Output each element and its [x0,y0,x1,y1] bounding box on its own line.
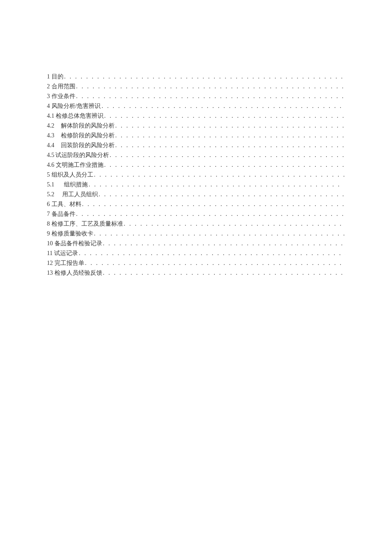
toc-entry: 5 组织及人员分工. . . . . . . . . . . . . . . .… [47,170,345,180]
toc-subentry: 4.2解体阶段的风险分析 . . . . . . . . . . . . . .… [47,121,345,131]
toc-subentry: 4.3检修阶段的风险分析 . . . . . . . . . . . . . .… [47,131,345,140]
toc-subentry: 4.5试运阶段的风险分析 . . . . . . . . . . . . . .… [47,150,345,160]
toc-number: 4.2 [47,121,61,131]
toc-label: 组织措施 [64,180,88,189]
toc-entry: 2 合用范围. . . . . . . . . . . . . . . . . … [47,81,345,91]
toc-leader-dots: . . . . . . . . . . . . . . . . . . . . … [75,91,346,101]
toc-leader-dots: . . . . . . . . . . . . . . . . . . . . … [88,180,341,189]
toc-label: 用工人员组织 [62,189,98,199]
toc-number: 5.1 [47,180,64,189]
toc-leader-dots: . . . . . . . . . . . . . . . . . . . . … [102,238,346,248]
toc-number: 5.2 [47,189,62,199]
toc-leader-dots: . . . . . . . . . . . . . . . . . . . . … [63,72,346,81]
toc-leader-dots: . . . . . . . . . . . . . . . . . . . . … [104,111,346,121]
toc-label: 文明施工作业措施 [56,160,104,170]
toc-leader-dots: . . . . . . . . . . . . . . . . . . . . … [78,248,345,258]
toc-number: 4.4 [47,140,61,150]
toc-leader-dots: . . . . . . . . . . . . . . . . . . . . … [75,81,346,91]
toc-leader-dots: . . . . . . . . . . . . . . . . . . . . … [115,131,346,140]
toc-entry: 12 完工报告单 . . . . . . . . . . . . . . . .… [47,258,345,268]
toc-leader-dots: . . . . . . . . . . . . . . . . . . . . … [115,121,346,131]
toc-leader-dots: . . . . . . . . . . . . . . . . . . . . … [84,258,343,268]
toc-number: 4.6 [47,160,56,170]
toc-label: 6 工具、材料 [47,199,81,209]
toc-leader-dots: . . . . . . . . . . . . . . . . . . . . … [102,268,346,278]
toc-entry: 13 检修人员经验反馈. . . . . . . . . . . . . . .… [47,268,345,278]
toc-entry: 8 检修工序、工艺及质量标准 . . . . . . . . . . . . .… [47,219,345,229]
toc-leader-dots: . . . . . . . . . . . . . . . . . . . . … [109,150,346,160]
document-page: 1 目的. . . . . . . . . . . . . . . . . . … [0,0,392,278]
toc-leader-dots: . . . . . . . . . . . . . . . . . . . . … [93,229,346,238]
toc-leader-dots: . . . . . . . . . . . . . . . . . . . . … [104,160,346,170]
toc-entry: 9 检修质量验收卡. . . . . . . . . . . . . . . .… [47,229,345,238]
toc-number: 4.1 [47,111,56,121]
toc-leader-dots: . . . . . . . . . . . . . . . . . . . . … [93,170,346,180]
toc-subentry: 5.1组织措施 . . . . . . . . . . . . . . . . … [47,180,345,189]
toc-label: 4 风险分析/危害辨识 [47,101,101,111]
toc-leader-dots: . . . . . . . . . . . . . . . . . . . . … [101,101,345,111]
toc-entry: 1 目的. . . . . . . . . . . . . . . . . . … [47,72,345,81]
toc-number: 4.5 [47,150,55,160]
toc-subentry: 4.6文明施工作业措施 . . . . . . . . . . . . . . … [47,160,345,170]
toc-entry: 4 风险分析/危害辨识 . . . . . . . . . . . . . . … [47,101,345,111]
toc-label: 7 备品备件 [47,209,75,219]
toc-leader-dots: . . . . . . . . . . . . . . . . . . . . … [115,140,346,150]
toc-label: 5 组织及人员分工 [47,170,93,180]
toc-leader-dots: . . . . . . . . . . . . . . . . . . . . … [123,219,346,229]
toc-label: 10 备品备件检验记录 [47,238,102,248]
toc-entry: 6 工具、材料. . . . . . . . . . . . . . . . .… [47,199,345,209]
toc-label: 11 试运记录 [47,248,78,258]
toc-label: 12 完工报告单 [47,258,84,268]
toc-label: 9 检修质量验收卡 [47,229,93,238]
toc-leader-dots: . . . . . . . . . . . . . . . . . . . . … [81,199,346,209]
toc-label: 检修阶段的风险分析 [61,131,115,140]
toc-entry: 10 备品备件检验记录. . . . . . . . . . . . . . .… [47,238,345,248]
toc-leader-dots: . . . . . . . . . . . . . . . . . . . . … [75,209,346,219]
toc-number: 4.3 [47,131,61,140]
toc-leader-dots: . . . . . . . . . . . . . . . . . . . . … [98,189,346,199]
toc-label: 回装阶段的风险分析 [61,140,115,150]
toc-entry: 7 备品备件. . . . . . . . . . . . . . . . . … [47,209,345,219]
toc-label: 13 检修人员经验反馈 [47,268,102,278]
toc-subentry: 4.4回装阶段的风险分析 . . . . . . . . . . . . . .… [47,140,345,150]
toc-entry: 3 作业条件. . . . . . . . . . . . . . . . . … [47,91,345,101]
toc-label: 2 合用范围 [47,81,75,91]
toc-label: 检修总体危害辨识 [56,111,104,121]
toc-subentry: 5.2用工人员组织 . . . . . . . . . . . . . . . … [47,189,345,199]
table-of-contents: 1 目的. . . . . . . . . . . . . . . . . . … [47,72,345,278]
toc-subentry: 4.1检修总体危害辨识. . . . . . . . . . . . . . .… [47,111,345,121]
toc-label: 1 目的 [47,72,63,81]
toc-label: 试运阶段的风险分析 [55,150,109,160]
toc-label: 解体阶段的风险分析 [61,121,115,131]
toc-label: 3 作业条件 [47,91,75,101]
toc-label: 8 检修工序、工艺及质量标准 [47,219,123,229]
toc-entry: 11 试运记录 . . . . . . . . . . . . . . . . … [47,248,345,258]
